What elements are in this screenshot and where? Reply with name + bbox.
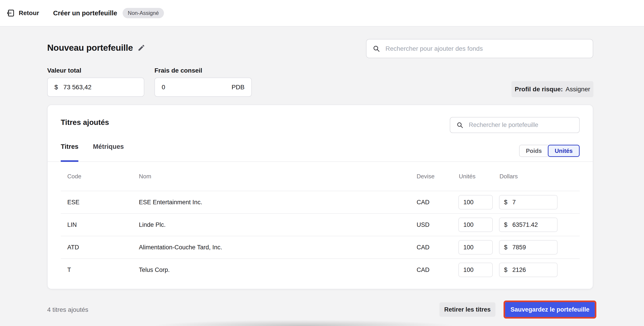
security-currency: CAD	[416, 199, 430, 206]
col-code: Code	[67, 173, 81, 180]
security-code: LIN	[67, 221, 77, 228]
remove-securities-button[interactable]: Retirer les titres	[440, 302, 496, 317]
top-bar: Retour Créer un portefeuille Non-Assigné	[0, 0, 644, 27]
units-input[interactable]	[463, 199, 488, 206]
dollars-field[interactable]: $	[499, 218, 558, 232]
table-row: ATD Alimentation-Couche Tard, Inc. CAD $	[61, 236, 580, 259]
advisory-fee-input[interactable]	[162, 84, 232, 91]
dollars-input[interactable]	[512, 267, 552, 274]
dollars-input[interactable]	[512, 221, 552, 228]
units-input[interactable]	[463, 244, 488, 251]
security-currency: USD	[416, 221, 430, 228]
search-icon	[456, 122, 463, 129]
units-input[interactable]	[463, 267, 488, 274]
portfolio-title-row: Nouveau portefeuille	[47, 43, 145, 53]
holdings-card: Titres ajoutés Titres Métriques Poids Un…	[47, 105, 593, 289]
units-field[interactable]	[458, 218, 493, 232]
tab-titres[interactable]: Titres	[61, 142, 78, 162]
advisory-fee-field[interactable]: PDB	[154, 78, 252, 97]
security-code: T	[67, 267, 71, 274]
dollars-field[interactable]: $	[499, 263, 558, 277]
view-toggle: Poids Unités	[519, 145, 580, 157]
col-unites: Unités	[459, 173, 476, 180]
security-name: Linde Plc.	[139, 221, 166, 228]
total-value-input[interactable]	[64, 84, 137, 91]
dollars-input[interactable]	[512, 244, 552, 251]
search-icon	[373, 45, 380, 52]
col-nom: Nom	[139, 173, 151, 180]
fee-unit-label: PDB	[232, 84, 244, 91]
table-header: Code Nom Devise Unités Dollars	[61, 162, 580, 191]
security-currency: CAD	[416, 244, 430, 251]
holdings-title: Titres ajoutés	[61, 118, 109, 127]
table-row: ESE ESE Entertainment Inc. CAD $	[61, 191, 580, 214]
tab-metriques[interactable]: Métriques	[93, 142, 124, 162]
col-devise: Devise	[416, 173, 434, 180]
security-name: Telus Corp.	[139, 267, 170, 274]
portfolio-name: Nouveau portefeuille	[47, 43, 133, 53]
units-field[interactable]	[458, 195, 493, 209]
portfolio-search[interactable]	[450, 117, 580, 133]
table-body: ESE ESE Entertainment Inc. CAD $ LIN Lin…	[48, 191, 593, 281]
table-row: LIN Linde Plc. USD $	[61, 214, 580, 236]
dollars-input[interactable]	[512, 199, 552, 206]
portfolio-search-input[interactable]	[468, 121, 573, 129]
security-name: ESE Entertainment Inc.	[139, 199, 202, 206]
units-field[interactable]	[458, 240, 493, 255]
risk-profile-label: Profil de risque:	[514, 86, 563, 93]
advisory-fee-label: Frais de conseil	[154, 67, 202, 74]
security-code: ATD	[67, 244, 79, 251]
toggle-poids[interactable]: Poids	[519, 145, 548, 157]
status-badge: Non-Assigné	[122, 8, 164, 18]
units-input[interactable]	[463, 221, 488, 228]
fund-search[interactable]	[366, 39, 593, 58]
security-name: Alimentation-Couche Tard, Inc.	[139, 244, 222, 251]
security-code: ESE	[67, 199, 80, 206]
dollars-field[interactable]: $	[499, 240, 558, 255]
col-dollars: Dollars	[500, 173, 518, 180]
table-row: T Telus Corp. CAD $	[61, 259, 580, 281]
risk-profile-value: Assigner	[566, 86, 590, 93]
total-value-field[interactable]: $	[47, 78, 144, 97]
window-bottom-shadow	[103, 318, 505, 326]
toggle-unites[interactable]: Unités	[548, 145, 580, 157]
dollars-field[interactable]: $	[499, 195, 558, 209]
holdings-tabs: Titres Métriques	[48, 142, 593, 162]
dollar-sign: $	[504, 221, 508, 228]
currency-symbol: $	[54, 84, 58, 91]
holdings-table: Code Nom Devise Unités Dollars ESE ESE E…	[48, 162, 593, 281]
portfolio-builder-page: { "header": { "back_label": "Retour", "t…	[0, 0, 644, 326]
units-field[interactable]	[458, 263, 493, 277]
risk-profile-button[interactable]: Profil de risque: Assigner	[512, 81, 594, 97]
back-button[interactable]: Retour	[6, 8, 39, 17]
back-icon	[6, 8, 15, 17]
back-label: Retour	[19, 9, 39, 17]
security-currency: CAD	[416, 267, 430, 274]
dollar-sign: $	[504, 267, 508, 274]
fund-search-input[interactable]	[385, 45, 586, 52]
page-context-title: Créer un portefeuille	[53, 9, 117, 17]
edit-pencil-icon[interactable]	[138, 44, 145, 52]
save-portfolio-button[interactable]: Sauvegardez le portefeuille	[505, 302, 595, 317]
holdings-count: 4 titres ajoutés	[47, 306, 88, 313]
dollar-sign: $	[504, 199, 508, 206]
total-value-label: Valeur total	[47, 67, 81, 74]
dollar-sign: $	[504, 244, 508, 251]
